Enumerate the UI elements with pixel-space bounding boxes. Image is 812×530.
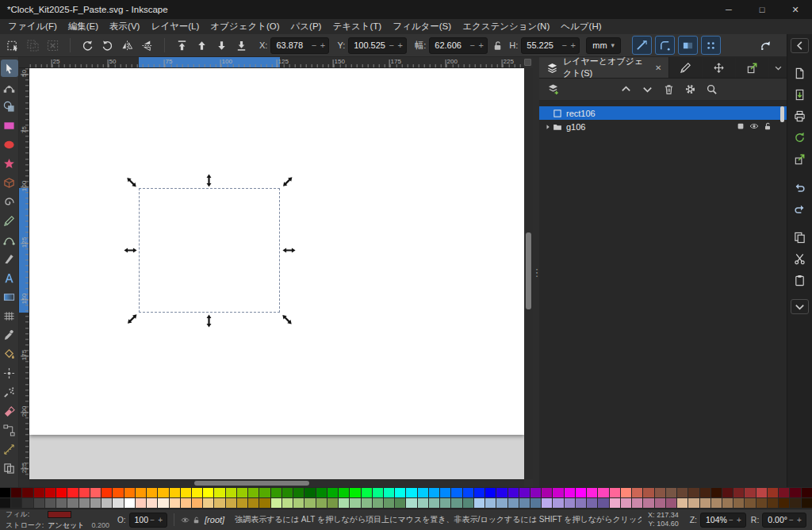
palette-swatch[interactable] bbox=[45, 488, 56, 497]
palette-swatch[interactable] bbox=[565, 498, 575, 508]
palette-swatch[interactable] bbox=[610, 488, 620, 497]
palette-swatch[interactable] bbox=[756, 498, 767, 508]
dock-splitter[interactable]: ⋮ bbox=[533, 57, 539, 487]
rotation-field[interactable]: 0.00° − + bbox=[762, 513, 806, 528]
zoom-decrease-button[interactable]: − bbox=[727, 516, 735, 524]
menu-file[interactable]: ファイル(F) bbox=[2, 20, 63, 33]
palette-swatch[interactable] bbox=[282, 498, 293, 508]
palette-swatch[interactable] bbox=[327, 498, 338, 508]
palette-swatch[interactable] bbox=[429, 498, 439, 508]
import-button[interactable] bbox=[791, 85, 810, 104]
palette-swatch[interactable] bbox=[113, 488, 123, 497]
palette-swatch[interactable] bbox=[418, 488, 428, 497]
tool-paint-bucket[interactable] bbox=[1, 345, 18, 363]
palette-swatch[interactable] bbox=[655, 498, 665, 508]
selection-handle-left[interactable] bbox=[122, 243, 138, 259]
palette-swatch[interactable] bbox=[711, 498, 722, 508]
menu-edit[interactable]: 編集(E) bbox=[63, 20, 104, 33]
palette-swatch[interactable] bbox=[0, 498, 10, 508]
redo-button[interactable] bbox=[791, 199, 810, 218]
palette-swatch[interactable] bbox=[395, 498, 405, 508]
palette-swatch[interactable] bbox=[0, 488, 10, 497]
palette-swatch[interactable] bbox=[395, 488, 405, 497]
raise-to-top-button[interactable] bbox=[172, 36, 192, 55]
rotation-decrease-button[interactable]: − bbox=[787, 516, 795, 524]
more-commands-button[interactable] bbox=[791, 299, 809, 314]
palette-swatch[interactable] bbox=[655, 488, 665, 497]
stroke-value[interactable]: アンセット bbox=[48, 520, 84, 530]
export-button[interactable] bbox=[791, 149, 810, 168]
palette-swatch[interactable] bbox=[756, 488, 767, 497]
opacity-increase-button[interactable]: + bbox=[156, 516, 164, 524]
palette-swatch[interactable] bbox=[722, 498, 733, 508]
palette-swatch[interactable] bbox=[181, 498, 191, 508]
vertical-ruler[interactable]: 5075100125150175200225 bbox=[19, 68, 29, 479]
palette-swatch[interactable] bbox=[226, 498, 236, 508]
palette-swatch[interactable] bbox=[666, 498, 676, 508]
palette-swatch[interactable] bbox=[790, 488, 800, 497]
width-value[interactable]: 62.606 bbox=[435, 40, 468, 50]
palette-swatch[interactable] bbox=[406, 498, 416, 508]
blend-button[interactable] bbox=[736, 121, 745, 132]
scale-patterns-toggle[interactable] bbox=[701, 36, 721, 55]
palette-swatch[interactable] bbox=[768, 488, 778, 497]
palette-swatch[interactable] bbox=[45, 498, 56, 508]
select-all-layers-button[interactable] bbox=[23, 36, 43, 55]
palette-swatch[interactable] bbox=[700, 498, 710, 508]
palette-swatch[interactable] bbox=[362, 498, 372, 508]
tab-export-dialog[interactable] bbox=[736, 57, 769, 78]
refresh-button[interactable] bbox=[791, 128, 810, 147]
palette-swatch[interactable] bbox=[429, 488, 439, 497]
palette-swatch[interactable] bbox=[124, 498, 135, 508]
palette-swatch[interactable] bbox=[802, 498, 812, 508]
height-value[interactable]: 55.225 bbox=[527, 40, 560, 50]
tool-text[interactable] bbox=[1, 269, 18, 286]
palette-swatch[interactable] bbox=[350, 498, 360, 508]
tool-node-editor[interactable] bbox=[1, 79, 18, 96]
palette-swatch[interactable] bbox=[259, 498, 270, 508]
x-increase-button[interactable]: + bbox=[318, 40, 327, 50]
menu-object[interactable]: オブジェクト(O) bbox=[205, 20, 285, 33]
palette-swatch[interactable] bbox=[440, 498, 450, 508]
palette-swatch[interactable] bbox=[259, 488, 270, 497]
opacity-value[interactable]: 100 bbox=[135, 515, 149, 524]
tool-bezier-pen[interactable] bbox=[1, 231, 18, 248]
palette-swatch[interactable] bbox=[339, 498, 349, 508]
tab-close-icon[interactable]: ✕ bbox=[655, 63, 661, 72]
tool-pencil[interactable] bbox=[1, 212, 18, 229]
raise-button[interactable] bbox=[192, 36, 212, 55]
palette-swatch[interactable] bbox=[293, 488, 304, 497]
x-value[interactable]: 63.878 bbox=[276, 40, 309, 50]
ruler-corner[interactable] bbox=[19, 57, 29, 68]
palette-swatch[interactable] bbox=[722, 488, 733, 497]
palette-swatch[interactable] bbox=[474, 488, 485, 497]
palette-swatch[interactable] bbox=[530, 498, 541, 508]
snap-settings-button[interactable] bbox=[756, 36, 776, 55]
palette-swatch[interactable] bbox=[147, 498, 157, 508]
palette-swatch[interactable] bbox=[214, 488, 224, 497]
palette-swatch[interactable] bbox=[643, 498, 653, 508]
collapse-dialogs-button[interactable] bbox=[791, 38, 809, 53]
height-field[interactable]: 55.225 − + bbox=[521, 37, 580, 54]
palette-swatch[interactable] bbox=[214, 498, 224, 508]
palette-swatch[interactable] bbox=[56, 488, 67, 497]
cut-button[interactable] bbox=[791, 249, 810, 268]
tab-layers-objects[interactable]: レイヤーとオブジェクト(S) ✕ bbox=[539, 57, 669, 78]
palette-swatch[interactable] bbox=[136, 488, 146, 497]
menu-extensions[interactable]: エクステンション(N) bbox=[457, 20, 555, 33]
rotation-value[interactable]: 0.00° bbox=[768, 515, 787, 524]
copy-button[interactable] bbox=[791, 228, 810, 247]
horizontal-ruler[interactable]: 255075100125150175200225 bbox=[29, 57, 524, 68]
palette-swatch[interactable] bbox=[304, 498, 315, 508]
palette-swatch[interactable] bbox=[418, 498, 428, 508]
palette-swatch[interactable] bbox=[496, 488, 507, 497]
rotate-cw-button[interactable] bbox=[98, 36, 117, 55]
palette-swatch[interactable] bbox=[113, 498, 123, 508]
palette-swatch[interactable] bbox=[237, 488, 247, 497]
palette-swatch[interactable] bbox=[711, 488, 722, 497]
palette-swatch[interactable] bbox=[576, 498, 586, 508]
menu-help[interactable]: ヘルプ(H) bbox=[555, 20, 607, 33]
palette-swatch[interactable] bbox=[362, 488, 372, 497]
palette-swatch[interactable] bbox=[745, 498, 755, 508]
palette-swatch[interactable] bbox=[610, 498, 620, 508]
